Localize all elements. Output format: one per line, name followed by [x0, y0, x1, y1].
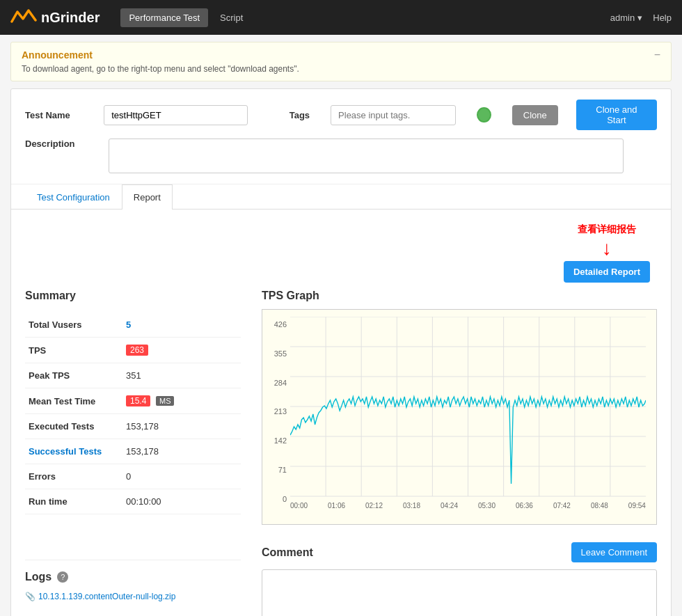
- summary-label-errors: Errors: [25, 464, 122, 489]
- main-content: Test Name Tags Clone Clone and Start Des…: [10, 88, 672, 616]
- clone-and-start-button[interactable]: Clone and Start: [576, 100, 657, 130]
- announcement-bar: Announcement To download agent, go to th…: [10, 42, 672, 81]
- log-file-link[interactable]: 📎 10.13.1.139.contentOuter-null-log.zip: [25, 592, 241, 601]
- summary-label-tps: TPS: [25, 338, 122, 363]
- log-link-text: 10.13.1.139.contentOuter-null-log.zip: [38, 592, 175, 601]
- form-section: Test Name Tags Clone Clone and Start Des…: [11, 89, 671, 184]
- graph-container: 426 355 284 213 142 71 0: [262, 309, 657, 525]
- logs-help-icon[interactable]: ?: [57, 571, 68, 583]
- annotation-area: 查看详细报告 ↓ Detailed Report: [564, 223, 650, 283]
- table-row: TPS 263: [25, 338, 241, 363]
- summary-value-executed: 153,178: [122, 414, 241, 439]
- dropdown-icon: ▾: [637, 13, 642, 23]
- announcement-close-button[interactable]: −: [654, 49, 660, 61]
- description-row: Description: [25, 139, 657, 173]
- summary-label-mean-time: Mean Test Time: [25, 388, 122, 414]
- summary-label-executed: Executed Tests: [25, 414, 122, 439]
- logo[interactable]: nGrinder: [10, 6, 100, 29]
- summary-value-vusers: 5: [122, 313, 241, 338]
- chart-svg: [290, 317, 646, 498]
- announcement-title: Announcement: [22, 49, 299, 61]
- y-label-3: 213: [266, 407, 287, 416]
- header-right: admin ▾ Help: [610, 13, 672, 23]
- clone-button[interactable]: Clone: [512, 105, 558, 125]
- y-axis: 426 355 284 213 142 71 0: [266, 317, 290, 517]
- x-label-1: 01:06: [328, 502, 345, 510]
- x-label-6: 06:36: [516, 502, 533, 510]
- admin-label: admin: [610, 13, 635, 23]
- comment-title: Comment: [262, 546, 313, 559]
- tabs-section: Test Configuration Report: [11, 184, 671, 210]
- annotation-text: 查看详细报告: [564, 223, 650, 236]
- arrow-down-icon: ↓: [564, 239, 650, 258]
- external-link-icon: 📎: [25, 592, 35, 601]
- summary-label-vusers: Total Vusers: [25, 313, 122, 338]
- table-row: Run time 00:10:00: [25, 489, 241, 514]
- mean-time-value: 15.4: [126, 395, 150, 406]
- summary-value-tps: 263: [122, 338, 241, 363]
- summary-label-peak-tps: Peak TPS: [25, 363, 122, 388]
- table-row: Errors 0: [25, 464, 241, 489]
- y-label-0: 426: [266, 320, 287, 329]
- vusers-value: 5: [126, 319, 131, 330]
- announcement-content: Announcement To download agent, go to th…: [22, 49, 299, 74]
- nav-script[interactable]: Script: [212, 8, 251, 27]
- comment-header: Comment Leave Comment: [262, 542, 657, 562]
- bottom-row: Logs ? 📎 10.13.1.139.contentOuter-null-l…: [25, 542, 657, 616]
- x-axis: 00:00 01:06 02:12 03:18 04:24 05:30 06:3…: [290, 502, 646, 510]
- x-label-2: 02:12: [365, 502, 383, 510]
- description-input[interactable]: [109, 139, 624, 173]
- table-row: Successful Tests 153,178: [25, 439, 241, 464]
- report-content: 查看详细报告 ↓ Detailed Report Summary Total V…: [11, 210, 671, 616]
- test-name-input[interactable]: [104, 105, 248, 125]
- logs-title: Logs: [25, 571, 51, 583]
- x-label-4: 04:24: [441, 502, 458, 510]
- x-label-7: 07:42: [553, 502, 571, 510]
- tps-graph-section: TPS Graph 426 355 284 213 142 71 0: [262, 290, 657, 525]
- test-name-label: Test Name: [25, 110, 90, 120]
- summary-title: Summary: [25, 290, 241, 302]
- summary-value-errors: 0: [122, 464, 241, 489]
- comment-textarea[interactable]: [262, 569, 657, 616]
- logo-icon: [10, 6, 37, 29]
- logo-text: nGrinder: [41, 10, 100, 26]
- x-label-9: 09:54: [628, 502, 646, 510]
- y-label-2: 284: [266, 379, 287, 387]
- logs-section: Logs ? 📎 10.13.1.139.contentOuter-null-l…: [25, 560, 241, 616]
- description-label: Description: [25, 139, 95, 149]
- x-label-8: 08:48: [591, 502, 608, 510]
- summary-label-runtime: Run time: [25, 489, 122, 514]
- summary-value-peak-tps: 351: [122, 363, 241, 388]
- two-column-layout: Summary Total Vusers 5 TPS 263 Peak TPS: [25, 290, 657, 525]
- tags-label: Tags: [290, 110, 310, 120]
- tps-value: 263: [126, 345, 148, 356]
- ms-badge: MS: [156, 396, 175, 406]
- table-row: Mean Test Time 15.4 MS: [25, 388, 241, 414]
- logs-header: Logs ?: [25, 571, 241, 583]
- leave-comment-button[interactable]: Leave Comment: [571, 542, 657, 562]
- status-indicator: [477, 107, 491, 123]
- graph-inner: 426 355 284 213 142 71 0: [266, 317, 646, 517]
- announcement-text: To download agent, go to the right-top m…: [22, 64, 299, 74]
- admin-button[interactable]: admin ▾: [610, 13, 642, 23]
- summary-value-mean-time: 15.4 MS: [122, 388, 241, 414]
- summary-table: Total Vusers 5 TPS 263 Peak TPS 351 Me: [25, 313, 241, 514]
- detailed-report-button[interactable]: Detailed Report: [564, 261, 650, 283]
- comment-section: Comment Leave Comment: [262, 542, 657, 616]
- x-label-3: 03:18: [403, 502, 420, 510]
- table-row: Executed Tests 153,178: [25, 414, 241, 439]
- summary-value-runtime: 00:10:00: [122, 489, 241, 514]
- summary-label-successful: Successful Tests: [25, 439, 122, 464]
- nav-performance-test[interactable]: Performance Test: [120, 8, 208, 27]
- tab-test-configuration[interactable]: Test Configuration: [25, 184, 122, 210]
- y-label-1: 355: [266, 349, 287, 358]
- summary-value-successful: 153,178: [122, 439, 241, 464]
- test-name-row: Test Name Tags Clone Clone and Start: [25, 100, 657, 130]
- y-label-5: 71: [266, 466, 287, 474]
- table-row: Peak TPS 351: [25, 363, 241, 388]
- tags-input[interactable]: [331, 105, 456, 125]
- help-link[interactable]: Help: [653, 13, 672, 23]
- summary-section: Summary Total Vusers 5 TPS 263 Peak TPS: [25, 290, 241, 525]
- tab-report[interactable]: Report: [122, 184, 173, 210]
- tps-graph-title: TPS Graph: [262, 290, 657, 302]
